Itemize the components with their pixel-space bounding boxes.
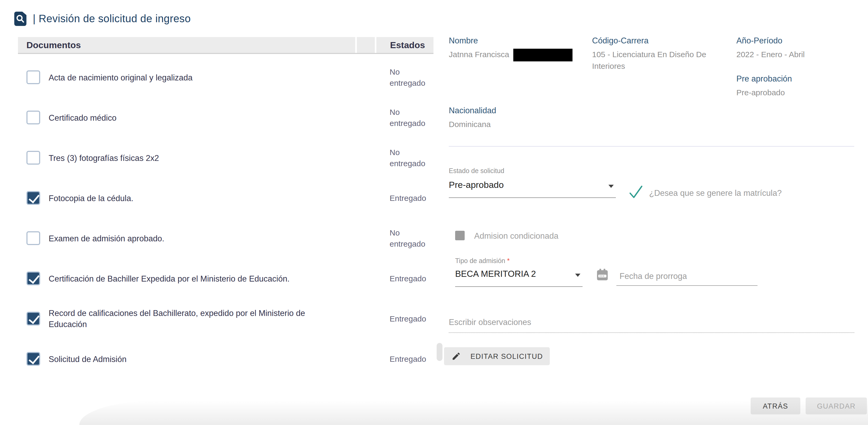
document-status: No entregado [390,66,434,88]
redaction-box [513,49,572,61]
document-checkbox[interactable] [26,312,40,325]
document-status: No entregado [390,106,434,129]
admission-review-page: | Revisión de solicitud de ingreso Docum… [0,0,868,425]
document-status: Entregado [390,273,434,284]
document-label: Tres (3) fotografías físicas 2x2 [49,152,159,163]
document-checkbox[interactable] [26,272,40,285]
document-label: Certificado médico [49,112,117,123]
matricula-question: ¿Desea que se genere la matrícula? [649,189,781,198]
fecha-prorroga-field[interactable]: Fecha de prorroga [616,267,757,286]
document-row: Examen de admisión aprobado. No entregad… [0,218,433,258]
dropdown-arrow-icon [609,185,614,188]
document-checkbox[interactable] [26,191,40,205]
document-label: Examen de admisión aprobado. [49,233,164,244]
nombre-value: Jatnna Francisca [449,50,509,59]
codigo-carrera-label: Código-Carrera [592,36,649,46]
matricula-check-icon [628,184,644,202]
pre-aprobacion-label: Pre aprobación [736,74,792,84]
pre-aprobacion-value: Pre-aprobado [736,87,785,98]
document-row: Record de calificaciones del Bachillerat… [0,299,433,339]
document-checkbox[interactable] [26,231,40,245]
document-label: Certificación de Bachiller Expedida por … [49,273,290,284]
document-label: Record de calificaciones del Bachillerat… [49,308,326,330]
documents-list: Acta de nacimiento original y legalizada… [0,0,433,425]
document-checkbox[interactable] [26,70,40,84]
tipo-admision-select[interactable]: BECA MERITORIA 2 [455,267,583,287]
estado-solicitud-value: Pre-aprobado [449,180,504,191]
dropdown-arrow-icon [575,274,581,277]
document-row: Solicitud de Admisión Entregado [0,339,433,379]
document-status: No entregado [390,227,434,249]
calendar-icon[interactable] [595,268,610,284]
pencil-icon [452,351,461,361]
document-row: Tres (3) fotografías físicas 2x2 No entr… [0,138,433,178]
document-row: Certificación de Bachiller Expedida por … [0,258,433,299]
bottom-shadow [79,401,868,425]
tipo-admision-label: Tipo de admisión * [455,257,509,265]
document-status: No entregado [390,147,434,169]
document-checkbox[interactable] [26,151,40,165]
fecha-prorroga-placeholder: Fecha de prorroga [620,272,687,281]
nacionalidad-label: Nacionalidad [449,106,496,115]
observaciones-field[interactable]: Escribir observaciones [449,313,854,333]
nombre-label: Nombre [449,36,478,46]
document-checkbox[interactable] [26,352,40,366]
ano-periodo-label: Año-Período [736,36,782,46]
editar-solicitud-button[interactable]: EDITAR SOLICITUD [444,347,550,365]
document-label: Fotocopia de la cédula. [49,192,133,203]
document-row: Fotocopia de la cédula. Entregado [0,178,433,218]
ano-periodo-value: 2022 - Enero - Abril [736,49,805,60]
tipo-admision-value: BECA MERITORIA 2 [455,269,536,279]
document-row: Acta de nacimiento original y legalizada… [0,57,433,97]
document-label: Solicitud de Admisión [49,353,127,364]
admision-condicionada-checkbox[interactable] [455,231,465,240]
admision-condicionada-label: Admision condicionada [474,231,558,241]
document-status: Entregado [390,353,434,364]
estado-solicitud-select[interactable]: Pre-aprobado [449,178,616,198]
codigo-carrera-value: 105 - Licenciatura En Diseño De Interior… [592,49,724,72]
document-label: Acta de nacimiento original y legalizada [49,72,193,83]
document-checkbox[interactable] [26,111,40,124]
document-row: Certificado médico No entregado [0,97,433,138]
section-divider [449,146,854,147]
required-asterisk: * [507,257,509,265]
list-scrollbar-thumb[interactable] [437,343,442,361]
observaciones-placeholder: Escribir observaciones [449,317,531,327]
nacionalidad-value: Dominicana [449,118,491,130]
document-status: Entregado [390,192,434,203]
document-status: Entregado [390,313,434,324]
estado-solicitud-label: Estado de solicitud [449,167,504,175]
